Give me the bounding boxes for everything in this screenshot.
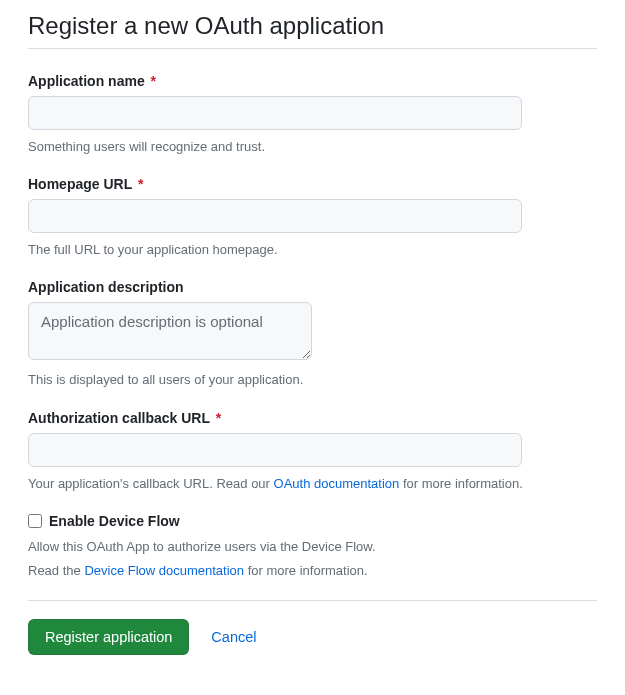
action-row: Register application Cancel (28, 619, 597, 655)
callback-url-label-text: Authorization callback URL (28, 410, 210, 426)
description-input[interactable] (28, 302, 312, 360)
required-asterisk: * (138, 176, 143, 192)
callback-url-label: Authorization callback URL * (28, 410, 597, 426)
oauth-registration-form: Application name * Something users will … (28, 73, 597, 655)
device-flow-hint-line1: Allow this OAuth App to authorize users … (28, 539, 376, 554)
homepage-url-group: Homepage URL * The full URL to your appl… (28, 176, 597, 259)
oauth-docs-link[interactable]: OAuth documentation (274, 476, 400, 491)
device-flow-hint-line2-prefix: Read the (28, 563, 84, 578)
description-group: Application description This is displaye… (28, 279, 597, 389)
callback-url-input[interactable] (28, 433, 522, 467)
description-label-text: Application description (28, 279, 184, 295)
homepage-url-input[interactable] (28, 199, 522, 233)
page-title: Register a new OAuth application (28, 12, 597, 49)
description-label: Application description (28, 279, 597, 295)
cancel-link[interactable]: Cancel (211, 629, 256, 645)
app-name-input[interactable] (28, 96, 522, 130)
homepage-url-label: Homepage URL * (28, 176, 597, 192)
required-asterisk: * (216, 410, 221, 426)
device-flow-hint-line2-suffix: for more information. (244, 563, 368, 578)
device-flow-checkbox-row: Enable Device Flow (28, 513, 597, 529)
device-flow-docs-link[interactable]: Device Flow documentation (84, 563, 244, 578)
device-flow-checkbox[interactable] (28, 514, 42, 528)
device-flow-group: Enable Device Flow Allow this OAuth App … (28, 513, 597, 584)
callback-url-group: Authorization callback URL * Your applic… (28, 410, 597, 493)
homepage-url-label-text: Homepage URL (28, 176, 132, 192)
callback-hint-suffix: for more information. (399, 476, 523, 491)
divider (28, 600, 597, 601)
callback-url-hint: Your application's callback URL. Read ou… (28, 475, 597, 493)
device-flow-hint: Allow this OAuth App to authorize users … (28, 535, 597, 584)
app-name-label-text: Application name (28, 73, 145, 89)
callback-hint-prefix: Your application's callback URL. Read ou… (28, 476, 274, 491)
app-name-label: Application name * (28, 73, 597, 89)
app-name-group: Application name * Something users will … (28, 73, 597, 156)
device-flow-label[interactable]: Enable Device Flow (49, 513, 180, 529)
register-button[interactable]: Register application (28, 619, 189, 655)
required-asterisk: * (151, 73, 156, 89)
homepage-url-hint: The full URL to your application homepag… (28, 241, 597, 259)
app-name-hint: Something users will recognize and trust… (28, 138, 597, 156)
description-hint: This is displayed to all users of your a… (28, 371, 597, 389)
